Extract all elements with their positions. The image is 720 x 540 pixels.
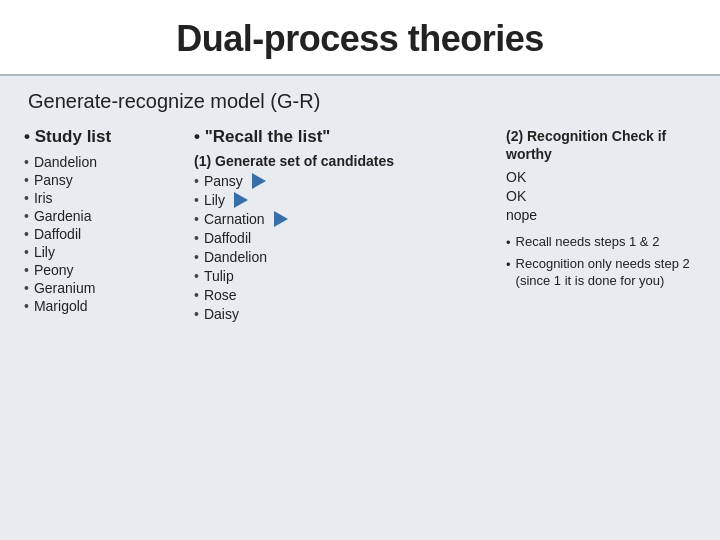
recall-item: Rose xyxy=(194,285,496,304)
list-item: Dandelion xyxy=(24,153,184,171)
recall-item: Daffodil xyxy=(194,228,496,247)
study-list-heading: • Study list xyxy=(24,127,184,147)
title-area: Dual-process theories xyxy=(0,0,720,76)
list-item: Peony xyxy=(24,261,184,279)
recall-item: Lily xyxy=(194,190,496,209)
study-list-items: Dandelion Pansy Iris Gardenia Daffodil L… xyxy=(24,153,184,315)
generate-label: (1) Generate set of candidates xyxy=(194,153,496,169)
recall-item: Daisy xyxy=(194,304,496,323)
list-item: Pansy xyxy=(24,171,184,189)
list-item: Gardenia xyxy=(24,207,184,225)
columns: • Study list Dandelion Pansy Iris Garden… xyxy=(24,127,696,526)
recall-item: Tulip xyxy=(194,266,496,285)
recognition-col: (2) Recognition Check if worthy OK OK no… xyxy=(496,127,696,526)
status-ok-1: OK xyxy=(506,167,696,186)
recall-item: Carnation xyxy=(194,209,496,228)
content-area: Generate-recognize model (G-R) • Study l… xyxy=(0,76,720,540)
list-item: Daffodil xyxy=(24,225,184,243)
slide: Dual-process theories Generate-recognize… xyxy=(0,0,720,540)
recall-item: Dandelion xyxy=(194,247,496,266)
recall-items: Pansy Lily Carnation Daffodil xyxy=(194,171,496,323)
recall-note: Recall needs steps 1 & 2 xyxy=(506,232,696,254)
list-item: Marigold xyxy=(24,297,184,315)
recognition-heading: (2) Recognition Check if worthy xyxy=(506,127,696,163)
recall-col: • "Recall the list" (1) Generate set of … xyxy=(184,127,496,526)
list-item: Iris xyxy=(24,189,184,207)
arrow-icon xyxy=(252,173,266,189)
list-item: Geranium xyxy=(24,279,184,297)
study-list-col: • Study list Dandelion Pansy Iris Garden… xyxy=(24,127,184,526)
subtitle: Generate-recognize model (G-R) xyxy=(24,90,696,113)
list-item: Lily xyxy=(24,243,184,261)
slide-title: Dual-process theories xyxy=(20,18,700,60)
recall-notes: Recall needs steps 1 & 2 Recognition onl… xyxy=(506,232,696,292)
status-block: OK OK nope xyxy=(506,167,696,224)
arrow-icon xyxy=(234,192,248,208)
status-nope: nope xyxy=(506,205,696,224)
arrow-icon xyxy=(274,211,288,227)
recall-item: Pansy xyxy=(194,171,496,190)
recall-heading: • "Recall the list" xyxy=(194,127,496,147)
status-ok-2: OK xyxy=(506,186,696,205)
recall-note: Recognition only needs step 2 (since 1 i… xyxy=(506,254,696,292)
